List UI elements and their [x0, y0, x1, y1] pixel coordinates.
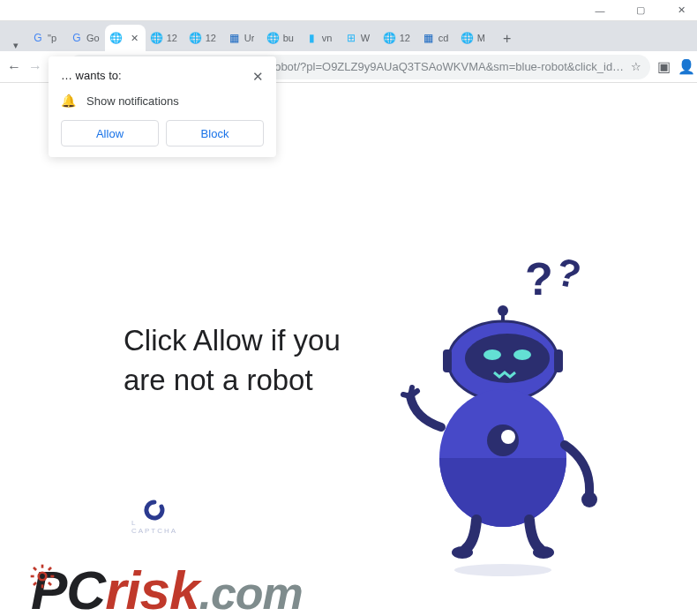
tab-label: Ur [244, 33, 255, 43]
svg-point-14 [581, 492, 597, 507]
tab-label: bu [283, 33, 294, 43]
svg-line-23 [34, 567, 36, 570]
browser-tab[interactable]: GGo [65, 25, 105, 51]
tab-favicon: ⊞ [345, 32, 357, 44]
tab-label: "p [48, 33, 56, 43]
watermark-risk: risk [105, 559, 199, 616]
maximize-button[interactable]: ▢ [628, 2, 653, 19]
tab-label: 12 [400, 33, 410, 43]
tab-favicon: G [71, 32, 83, 44]
browser-tab[interactable]: 🌐12 [184, 25, 223, 51]
bell-icon: 🔔 [61, 94, 76, 108]
tab-label: M [477, 33, 485, 43]
svg-line-24 [49, 582, 51, 585]
tab-label: cd [438, 33, 449, 43]
tab-favicon: 🌐 [151, 32, 163, 44]
watermark-com: .com [199, 567, 302, 616]
tab-label: W [361, 33, 370, 43]
notification-title: … wants to: [61, 69, 122, 82]
bookmark-star-icon[interactable]: ☆ [631, 60, 641, 73]
browser-tab[interactable]: G"p [26, 25, 65, 51]
browser-tab[interactable]: 🌐M [456, 25, 495, 51]
tab-label: Go [86, 33, 100, 43]
svg-point-16 [533, 546, 554, 559]
tab-strip: ▾ G"pGGo🌐✕🌐12🌐12▦Ur🌐bu▮vn⊞W🌐12▦cd🌐M + [0, 21, 697, 51]
svg-point-13 [501, 430, 515, 444]
tab-favicon: ▮ [306, 32, 319, 44]
svg-text:?: ? [552, 250, 584, 297]
browser-tab[interactable]: 🌐12 [378, 25, 417, 51]
block-button[interactable]: Block [166, 120, 264, 146]
back-button[interactable]: ← [7, 56, 21, 79]
headline-text: Click Allow if you are not a robot [124, 321, 371, 400]
watermark-pc: PC [31, 559, 105, 616]
tab-favicon: 🌐 [384, 32, 396, 44]
svg-text:?: ? [525, 253, 553, 304]
close-icon[interactable]: ✕ [252, 69, 264, 85]
browser-tab[interactable]: 🌐bu [262, 25, 301, 51]
captcha-badge-label: L CAPTCHA [131, 519, 177, 535]
pcrisk-watermark: PC risk .com [31, 559, 303, 616]
tab-favicon: 🌐 [461, 32, 474, 44]
notification-message: Show notifications [86, 94, 179, 108]
browser-tab[interactable]: 🌐✕ [105, 25, 146, 51]
browser-tab[interactable]: 🌐12 [146, 25, 184, 51]
browser-tab[interactable]: ▮vn [301, 25, 340, 51]
window-title-bar: — ▢ ✕ [0, 0, 697, 21]
allow-button[interactable]: Allow [61, 120, 159, 146]
tab-search-button[interactable]: ▾ [5, 40, 26, 51]
new-tab-button[interactable]: + [495, 26, 520, 51]
svg-point-7 [483, 349, 501, 360]
svg-point-3 [498, 305, 508, 316]
tab-favicon: 🌐 [267, 32, 280, 44]
robot-illustration: ? ? [371, 242, 635, 577]
tab-favicon: ▦ [423, 32, 435, 44]
forward-button[interactable]: → [28, 56, 42, 79]
notification-permission-dialog: … wants to: ✕ 🔔 Show notifications Allow… [49, 56, 276, 157]
browser-tab[interactable]: ▦Ur [223, 25, 262, 51]
captcha-badge: L CAPTCHA [137, 500, 172, 535]
tab-label: 12 [206, 33, 216, 43]
captcha-c-icon [142, 500, 167, 521]
tab-favicon: G [32, 32, 44, 44]
svg-point-17 [454, 564, 551, 576]
page-content: Click Allow if you are not a robot ? ? [0, 83, 697, 616]
svg-point-15 [452, 546, 473, 559]
svg-rect-9 [443, 349, 452, 372]
profile-button[interactable]: 👤 [678, 56, 695, 79]
svg-line-26 [49, 567, 51, 570]
tab-label: 12 [167, 33, 177, 43]
tab-favicon: 🌐 [110, 32, 123, 44]
extensions-button[interactable]: ▣ [657, 56, 671, 79]
browser-tab[interactable]: ⊞W [340, 25, 378, 51]
tab-close-icon[interactable]: ✕ [130, 33, 140, 43]
svg-line-25 [34, 582, 36, 585]
tab-favicon: 🌐 [190, 32, 202, 44]
svg-rect-10 [554, 349, 563, 372]
svg-point-18 [39, 573, 47, 581]
browser-tab[interactable]: ▦cd [417, 25, 456, 51]
svg-point-8 [513, 349, 531, 360]
minimize-button[interactable]: — [588, 2, 612, 19]
tab-label: vn [322, 33, 333, 43]
close-window-button[interactable]: ✕ [669, 2, 693, 19]
url-path: /blue-robot/?pl=O9ZLZ9y9AUaQ3TSAoWKVMA&s… [242, 60, 624, 73]
gear-icon [28, 562, 56, 590]
tab-favicon: ▦ [229, 32, 241, 44]
